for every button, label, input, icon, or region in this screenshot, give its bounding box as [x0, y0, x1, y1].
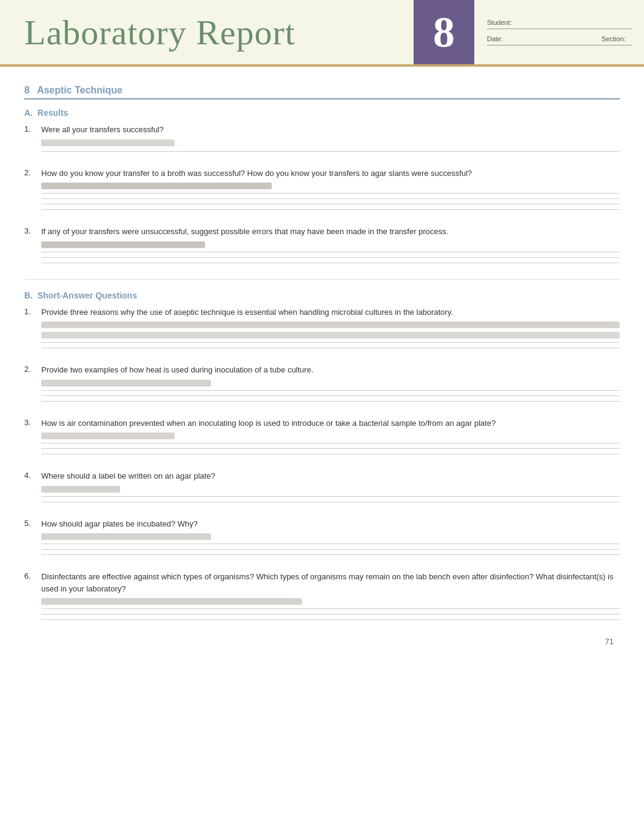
- question-a2-body: How do you know your transfer to a broth…: [41, 167, 620, 215]
- lab-number-box: 8: [414, 0, 474, 64]
- question-b1-body: Provide three reasons why the use of ase…: [41, 306, 620, 354]
- section-label: Section:: [602, 35, 632, 42]
- answer-b1-line1: [41, 342, 620, 343]
- question-b5: 5. How should agar plates be incubated? …: [24, 518, 620, 561]
- answer-b4-filled: [41, 486, 120, 493]
- question-a1-num: 1.: [24, 124, 41, 133]
- lab-number: 8: [433, 7, 455, 58]
- answer-b5-line1: [41, 544, 620, 544]
- question-b4-body: Where should a label be written on an ag…: [41, 470, 620, 507]
- question-b3-body: How is air contamination prevented when …: [41, 417, 620, 460]
- question-b5-text: How should agar plates be incubated? Why…: [41, 518, 620, 530]
- question-b4-num: 4.: [24, 470, 41, 480]
- answer-b4-line2: [41, 502, 620, 502]
- page-title: Laboratory Report: [24, 12, 295, 53]
- answer-b5-line2: [41, 549, 620, 550]
- answer-b1-filled2: [41, 332, 620, 338]
- answer-a1-filled: [41, 140, 175, 146]
- answer-b3-line2: [41, 448, 620, 449]
- question-a3-num: 3.: [24, 226, 41, 235]
- answer-a2: [41, 183, 620, 210]
- answer-b1-line2: [41, 348, 620, 348]
- question-a1-body: Were all your transfers successful?: [41, 124, 620, 157]
- answer-b6-line1: [41, 608, 620, 609]
- answer-a2-line1: [41, 193, 620, 194]
- question-b3: 3. How is air contamination prevented wh…: [24, 417, 620, 460]
- question-b2-body: Provide two examples of how heat is used…: [41, 364, 620, 406]
- answer-b2: [41, 380, 620, 402]
- answer-b3-filled: [41, 433, 175, 439]
- question-a3-text: If any of your transfers were unsuccessf…: [41, 226, 620, 238]
- answer-a1: [41, 140, 620, 152]
- answer-a3-line2: [41, 257, 620, 258]
- question-b6-num: 6.: [24, 571, 41, 581]
- answer-a2-line4: [41, 209, 620, 210]
- answer-b6-line2: [41, 614, 620, 615]
- answer-b6-filled: [41, 598, 302, 605]
- student-label: Student:: [487, 19, 517, 26]
- question-a1: 1. Were all your transfers successful?: [24, 124, 620, 157]
- answer-a3-filled: [41, 241, 205, 248]
- header-info-panel: Student: Date: Section:: [474, 0, 644, 64]
- question-a3-body: If any of your transfers were unsuccessf…: [41, 226, 620, 268]
- question-b3-text: How is air contamination prevented when …: [41, 417, 620, 429]
- answer-a1-line: [41, 151, 620, 152]
- student-row: Student:: [487, 19, 632, 29]
- answer-b3-line3: [41, 454, 620, 454]
- header-title-area: Laboratory Report: [0, 0, 414, 64]
- answer-b2-line2: [41, 396, 620, 396]
- question-b2: 2. Provide two examples of how heat is u…: [24, 364, 620, 406]
- answer-b1-filled1: [41, 322, 620, 328]
- answer-a2-line2: [41, 198, 620, 199]
- section-8-header: 8 Aseptic Technique: [24, 85, 620, 99]
- answer-b3: [41, 433, 620, 454]
- answer-b5-filled: [41, 533, 211, 540]
- section-8-number: 8: [24, 85, 30, 96]
- answer-b5: [41, 533, 620, 555]
- question-a2-num: 2.: [24, 167, 41, 177]
- question-a2-text: How do you know your transfer to a broth…: [41, 167, 620, 180]
- answer-b1: [41, 322, 620, 348]
- date-label: Date:: [487, 35, 517, 42]
- question-a1-text: Were all your transfers successful?: [41, 124, 620, 136]
- answer-b6: [41, 598, 620, 620]
- question-b6: 6. Disinfectants are effective against w…: [24, 571, 620, 625]
- answer-b3-line1: [41, 443, 620, 443]
- question-b1: 1. Provide three reasons why the use of …: [24, 306, 620, 354]
- section-8-title: Aseptic Technique: [37, 85, 122, 96]
- answer-a3-line3: [41, 263, 620, 263]
- question-b4: 4. Where should a label be written on an…: [24, 470, 620, 507]
- subsection-b-header: B. Short-Answer Questions: [24, 291, 620, 300]
- answer-a2-filled: [41, 183, 272, 189]
- answer-a2-line3: [41, 204, 620, 204]
- answer-b4: [41, 486, 620, 502]
- answer-b2-filled: [41, 380, 211, 386]
- answer-b2-line1: [41, 390, 620, 391]
- question-b6-text: Disinfectants are effective against whic…: [41, 571, 620, 594]
- answer-b5-line3: [41, 554, 620, 555]
- question-a2: 2. How do you know your transfer to a br…: [24, 167, 620, 215]
- subsection-a-header: A. Results: [24, 108, 620, 118]
- question-b5-num: 5.: [24, 518, 41, 528]
- question-b6-body: Disinfectants are effective against whic…: [41, 571, 620, 625]
- question-b2-num: 2.: [24, 364, 41, 374]
- question-b5-body: How should agar plates be incubated? Why…: [41, 518, 620, 561]
- question-a3: 3. If any of your transfers were unsucce…: [24, 226, 620, 268]
- answer-b2-line3: [41, 401, 620, 402]
- answer-b4-line1: [41, 496, 620, 497]
- question-b1-num: 1.: [24, 306, 41, 316]
- section-divider-ab: [24, 279, 620, 280]
- question-b3-num: 3.: [24, 417, 41, 427]
- question-b1-text: Provide three reasons why the use of ase…: [41, 306, 620, 318]
- date-section-row: Date: Section:: [487, 35, 632, 45]
- page-header: Laboratory Report 8 Student: Date: Secti…: [0, 0, 644, 67]
- question-b4-text: Where should a label be written on an ag…: [41, 470, 620, 482]
- page-number: 71: [24, 637, 620, 646]
- answer-a3: [41, 241, 620, 263]
- answer-a3-line1: [41, 252, 620, 252]
- answer-b6-line3: [41, 619, 620, 620]
- main-content: 8 Aseptic Technique A. Results 1. Were a…: [0, 67, 644, 670]
- question-b2-text: Provide two examples of how heat is used…: [41, 364, 620, 376]
